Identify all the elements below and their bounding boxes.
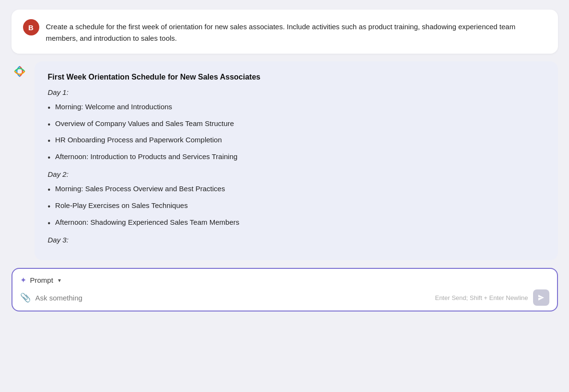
- list-item: Role-Play Exercises on Sales Techniques: [48, 200, 545, 213]
- ai-response-title: First Week Orientation Schedule for New …: [48, 73, 545, 81]
- day-1-list: Morning: Welcome and Introductions Overv…: [48, 101, 545, 163]
- list-item: Overview of Company Values and Sales Tea…: [48, 118, 545, 131]
- ask-input[interactable]: [35, 294, 430, 302]
- input-hint: Enter Send; Shift + Enter Newline: [435, 294, 528, 301]
- user-message-text: Create a schedule for the first week of …: [46, 19, 546, 44]
- user-message: B Create a schedule for the first week o…: [12, 10, 558, 54]
- list-item: Morning: Sales Process Overview and Best…: [48, 183, 545, 196]
- ask-row: 📎 Enter Send; Shift + Enter Newline: [20, 289, 549, 306]
- day-2-list: Morning: Sales Process Overview and Best…: [48, 183, 545, 229]
- day-1-label: Day 1:: [48, 88, 545, 96]
- main-container: B Create a schedule for the first week o…: [12, 10, 558, 382]
- chevron-down-icon[interactable]: ▾: [58, 277, 61, 284]
- ai-content-box: First Week Orientation Schedule for New …: [35, 61, 558, 260]
- ai-brand-icon: [13, 65, 26, 78]
- list-item: Afternoon: Introduction to Products and …: [48, 151, 545, 164]
- ai-message: First Week Orientation Schedule for New …: [12, 61, 558, 260]
- ai-avatar: [12, 63, 28, 80]
- prompt-label: Prompt: [30, 276, 53, 284]
- input-area: ✦ Prompt ▾ 📎 Enter Send; Shift + Enter N…: [12, 268, 558, 311]
- day-2-label: Day 2:: [48, 170, 545, 178]
- sparkle-icon: ✦: [20, 276, 26, 285]
- send-icon: [537, 294, 545, 301]
- attach-icon[interactable]: 📎: [20, 292, 31, 303]
- prompt-row: ✦ Prompt ▾: [20, 276, 549, 285]
- day-3-label: Day 3:: [48, 236, 545, 244]
- list-item: Afternoon: Shadowing Experienced Sales T…: [48, 217, 545, 230]
- send-button[interactable]: [533, 289, 549, 306]
- list-item: Morning: Welcome and Introductions: [48, 101, 545, 114]
- list-item: HR Onboarding Process and Paperwork Comp…: [48, 134, 545, 147]
- user-avatar: B: [23, 19, 39, 35]
